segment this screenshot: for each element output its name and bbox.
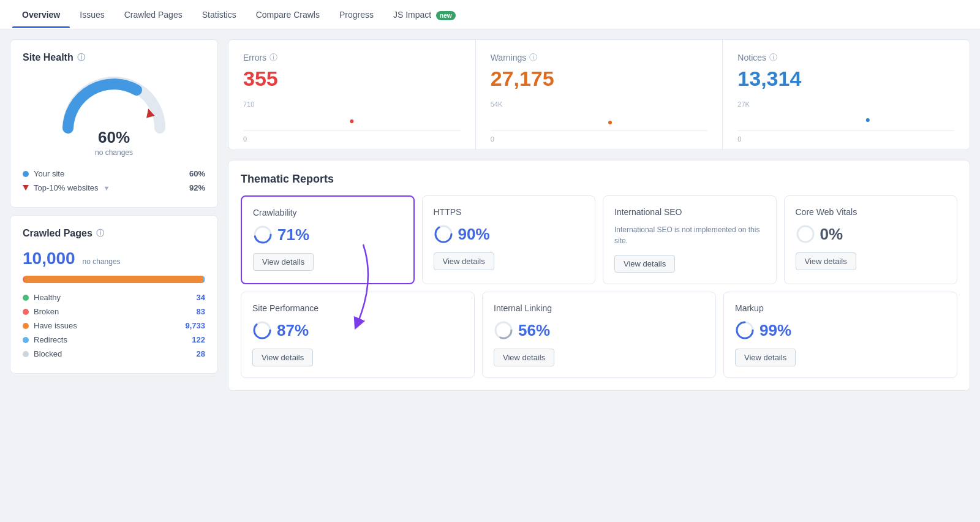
markup-percent-row: 99%	[735, 320, 946, 340]
crawled-count-row: 10,000 no changes	[23, 249, 205, 268]
notices-info-icon[interactable]: ⓘ	[769, 52, 777, 63]
crawled-no-changes: no changes	[83, 257, 121, 266]
report-international-seo[interactable]: International SEO International SEO is n…	[603, 195, 777, 284]
https-progress-ring	[434, 224, 453, 244]
top10-legend: Top-10% websites ▼ 92%	[23, 181, 205, 195]
crawled-pages-card: Crawled Pages ⓘ 10,000 no changes	[10, 215, 218, 374]
warnings-spark-svg	[491, 109, 708, 134]
gauge-svg	[59, 73, 169, 134]
https-percent-row: 90%	[434, 224, 584, 244]
js-impact-badge: new	[436, 11, 455, 20]
markup-title: Markup	[735, 303, 946, 313]
sidebar: Site Health ⓘ 60% no changes	[10, 39, 218, 391]
crawled-pages-info-icon[interactable]: ⓘ	[96, 228, 104, 239]
top10-value: 92%	[189, 183, 205, 192]
internal-linking-percent: 56%	[518, 321, 550, 340]
site-performance-view-details-button[interactable]: View details	[252, 349, 313, 366]
top-grid-wrapper: Crawlability 71% View details HTTPS	[241, 195, 957, 284]
stat-row-blocked: Blocked 28	[23, 347, 205, 361]
errors-value: 355	[243, 67, 461, 91]
top10-dropdown-icon[interactable]: ▼	[104, 184, 110, 192]
warnings-info-icon[interactable]: ⓘ	[529, 52, 537, 63]
https-title: HTTPS	[434, 207, 584, 217]
healthy-value: 34	[197, 293, 205, 302]
redirects-dot	[23, 337, 29, 343]
crawled-progress-bar	[23, 276, 205, 283]
crawled-stats: Healthy 34 Broken 83 Have issues	[23, 290, 205, 361]
redirects-value: 122	[192, 335, 205, 344]
markup-percent: 99%	[760, 321, 791, 340]
notices-spark-svg	[737, 109, 955, 134]
crawlability-percent: 71%	[277, 225, 309, 244]
crawled-pages-title: Crawled Pages ⓘ	[23, 228, 205, 239]
svg-point-11	[797, 226, 813, 242]
site-health-card: Site Health ⓘ 60% no changes	[10, 39, 218, 208]
internal-linking-view-details-button[interactable]: View details	[494, 349, 554, 366]
errors-spark-svg	[243, 109, 461, 134]
report-crawlability[interactable]: Crawlability 71% View details	[241, 195, 415, 284]
https-percent: 90%	[458, 225, 490, 244]
your-site-value: 60%	[189, 169, 205, 178]
nav-item-overview[interactable]: Overview	[12, 1, 70, 28]
site-performance-percent: 87%	[277, 321, 309, 340]
broken-dot	[23, 309, 29, 315]
crawlability-progress-ring	[253, 225, 273, 244]
crawlability-percent-row: 71%	[253, 225, 402, 244]
main-content: Errors ⓘ 355 710 0 Warnings ⓘ	[228, 39, 970, 391]
site-health-gauge: 60% no changes	[23, 73, 205, 157]
top-reports-grid: Crawlability 71% View details HTTPS	[241, 195, 957, 284]
nav-item-statistics[interactable]: Statistics	[192, 1, 246, 28]
report-site-performance[interactable]: Site Performance 87% View details	[241, 292, 475, 378]
nav-item-compare-crawls[interactable]: Compare Crawls	[246, 1, 330, 28]
report-https[interactable]: HTTPS 90% View details	[422, 195, 596, 284]
crawlability-view-details-button[interactable]: View details	[253, 253, 314, 271]
nav-item-issues[interactable]: Issues	[70, 1, 114, 28]
crawlability-title: Crawlability	[253, 208, 402, 218]
nav-item-js-impact[interactable]: JS Impact new	[383, 1, 466, 28]
site-performance-percent-row: 87%	[252, 320, 463, 340]
blocked-value: 28	[197, 349, 205, 358]
site-health-info-icon[interactable]: ⓘ	[77, 52, 85, 63]
markup-progress-ring	[735, 320, 755, 340]
your-site-legend: Your site 60%	[23, 167, 205, 181]
blocked-dot	[23, 351, 29, 357]
report-internal-linking[interactable]: Internal Linking 56% View details	[482, 292, 716, 378]
markup-view-details-button[interactable]: View details	[735, 349, 796, 366]
svg-point-4	[608, 121, 612, 124]
healthy-dot	[23, 295, 29, 301]
thematic-reports-section: Thematic Reports Crawlability 71%	[228, 160, 970, 391]
errors-label: Errors ⓘ	[243, 52, 461, 63]
warnings-value: 27,175	[491, 67, 708, 91]
international-seo-note: International SEO is not implemented on …	[614, 224, 765, 246]
warnings-label: Warnings ⓘ	[491, 52, 708, 63]
top-navigation: Overview Issues Crawled Pages Statistics…	[0, 0, 980, 29]
nav-item-crawled-pages[interactable]: Crawled Pages	[115, 1, 192, 28]
internal-linking-title: Internal Linking	[494, 303, 704, 313]
svg-point-6	[866, 118, 870, 122]
errors-info-icon[interactable]: ⓘ	[270, 52, 277, 63]
pb-blocked	[205, 276, 205, 283]
issues-dot	[23, 323, 29, 329]
internal-linking-percent-row: 56%	[494, 320, 704, 340]
main-layout: Site Health ⓘ 60% no changes	[0, 29, 980, 401]
core-web-vitals-percent-row: 0%	[796, 224, 946, 244]
core-web-vitals-title: Core Web Vitals	[796, 207, 946, 217]
internal-linking-progress-ring	[494, 320, 513, 340]
issues-value: 9,733	[185, 321, 205, 330]
core-web-vitals-progress-ring	[796, 224, 815, 244]
international-seo-view-details-button[interactable]: View details	[614, 255, 675, 273]
site-health-title: Site Health ⓘ	[23, 52, 205, 63]
nav-item-progress[interactable]: Progress	[330, 1, 383, 28]
stat-row-have-issues: Have issues 9,733	[23, 319, 205, 333]
crawled-count: 10,000	[23, 249, 75, 268]
report-markup[interactable]: Markup 99% View details	[723, 292, 957, 378]
https-view-details-button[interactable]: View details	[434, 252, 494, 270]
core-web-vitals-view-details-button[interactable]: View details	[796, 252, 856, 270]
svg-point-2	[350, 119, 353, 123]
broken-value: 83	[197, 307, 205, 316]
site-performance-progress-ring	[252, 320, 272, 340]
notices-sparkline: 27K 0	[737, 100, 955, 137]
core-web-vitals-percent: 0%	[820, 225, 843, 244]
report-core-web-vitals[interactable]: Core Web Vitals 0% View details	[784, 195, 958, 284]
thematic-reports-title: Thematic Reports	[241, 173, 957, 186]
